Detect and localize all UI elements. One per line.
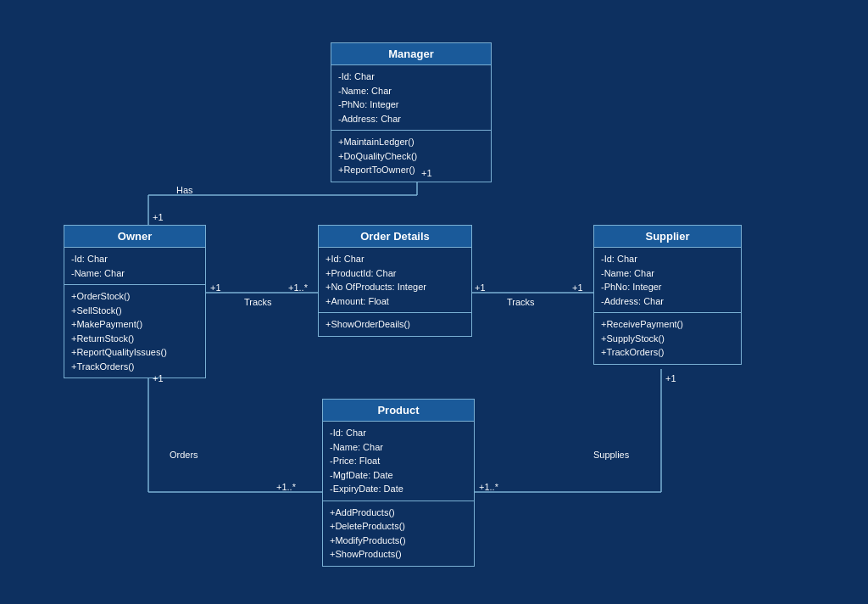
manager-title: Manager xyxy=(331,43,491,65)
tracks1-label: Tracks xyxy=(244,297,272,307)
mult-sup-prod-right: +1..* xyxy=(479,482,498,492)
manager-methods: +MaintainLedger() +DoQualityCheck() +Rep… xyxy=(331,131,491,182)
mult-od-sup-left: +1 xyxy=(475,282,486,293)
product-class: Product -Id: Char -Name: Char -Price: Fl… xyxy=(322,399,475,567)
manager-class: Manager -Id: Char -Name: Char -PhNo: Int… xyxy=(331,42,492,182)
mult-owner-prod-left: +1 xyxy=(153,373,164,383)
product-attributes: -Id: Char -Name: Char -Price: Float -Mgf… xyxy=(323,422,474,501)
orders-label: Orders xyxy=(170,450,198,460)
supplier-methods: +ReceivePayment() +SupplyStock() +TrackO… xyxy=(594,313,741,364)
order-details-attributes: +Id: Char +ProductId: Char +No OfProduct… xyxy=(319,248,471,313)
owner-class: Owner -Id: Char -Name: Char +OrderStock(… xyxy=(64,225,206,378)
owner-attributes: -Id: Char -Name: Char xyxy=(64,248,205,285)
mult-owner-od-right: +1..* xyxy=(288,282,308,293)
manager-attributes: -Id: Char -Name: Char -PhNo: Integer -Ad… xyxy=(331,65,491,131)
product-title: Product xyxy=(323,400,474,422)
has-label: Has xyxy=(176,185,193,195)
order-details-class: Order Details +Id: Char +ProductId: Char… xyxy=(318,225,472,337)
supplier-class: Supplier -Id: Char -Name: Char -PhNo: In… xyxy=(593,225,742,365)
order-details-methods: +ShowOrderDeails() xyxy=(319,313,471,336)
mult-has-manager: +1 xyxy=(421,168,432,178)
mult-od-sup-right: +1 xyxy=(572,282,583,293)
order-details-title: Order Details xyxy=(319,226,471,248)
owner-title: Owner xyxy=(64,226,205,248)
mult-sup-prod-left: +1 xyxy=(665,373,676,383)
owner-methods: +OrderStock() +SellStock() +MakePayment(… xyxy=(64,285,205,378)
mult-has-owner: +1 xyxy=(153,212,164,222)
supplier-attributes: -Id: Char -Name: Char -PhNo: Integer -Ad… xyxy=(594,248,741,313)
supplies-label: Supplies xyxy=(593,450,629,460)
diagram-container: Manager -Id: Char -Name: Char -PhNo: Int… xyxy=(0,0,868,604)
tracks2-label: Tracks xyxy=(507,297,535,307)
mult-owner-prod-right: +1..* xyxy=(276,482,296,492)
product-methods: +AddProducts() +DeleteProducts() +Modify… xyxy=(323,501,474,566)
supplier-title: Supplier xyxy=(594,226,741,248)
mult-owner-od-left: +1 xyxy=(210,282,221,293)
